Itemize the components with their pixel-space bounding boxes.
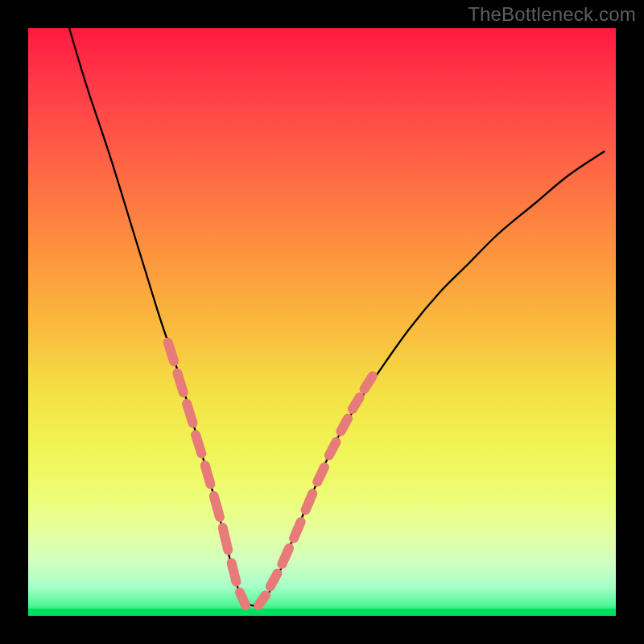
highlight-dash	[341, 419, 348, 431]
highlight-dash	[232, 563, 237, 581]
highlight-dash	[258, 595, 266, 605]
highlight-dash	[365, 376, 373, 389]
curve-line	[69, 28, 604, 605]
highlight-dash	[196, 435, 201, 453]
highlight-dash	[214, 496, 220, 517]
highlight-dash	[240, 592, 246, 605]
highlight-dash	[177, 374, 183, 393]
watermark-text: TheBottleneck.com	[468, 3, 636, 26]
plot-area	[28, 28, 616, 616]
highlight-dash	[317, 467, 324, 481]
highlight-dash	[223, 528, 229, 551]
highlight-dash	[306, 493, 313, 510]
highlight-dash	[329, 442, 336, 456]
highlight-dash	[282, 548, 289, 564]
chart-svg	[28, 28, 616, 616]
highlight-dash	[168, 343, 174, 361]
highlight-dash	[270, 573, 278, 586]
highlight-dash	[353, 397, 360, 409]
highlight-dash	[205, 465, 211, 484]
outer-frame: TheBottleneck.com	[0, 0, 644, 644]
highlight-dash	[294, 522, 301, 538]
highlight-dash	[187, 403, 192, 423]
